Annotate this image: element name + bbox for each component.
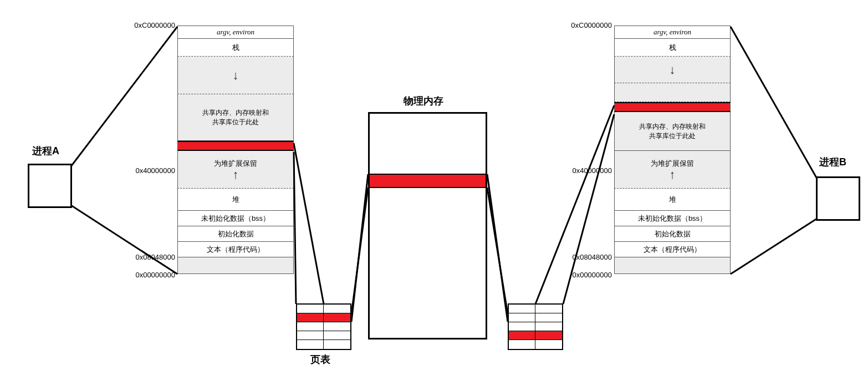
svg-line-2 <box>731 27 817 179</box>
process-a-box <box>28 164 72 208</box>
seg-mmap-line1: 共享内存、内存映射和 <box>202 108 269 118</box>
page-table-b <box>508 303 563 350</box>
seg-stack-grow: ↓ <box>177 57 294 94</box>
physical-memory-box <box>368 112 487 339</box>
seg-bss-b: 未初始化数据（bss） <box>614 211 731 226</box>
seg-mmap-b: 共享内存、内存映射和 共享库位于此处 <box>614 112 731 151</box>
physical-memory-label: 物理内存 <box>404 94 443 108</box>
seg-data: 初始化数据 <box>177 226 294 242</box>
page-table-b-entry-shared <box>509 331 562 340</box>
svg-line-3 <box>731 219 817 274</box>
seg-heap: 堆 <box>177 189 294 211</box>
seg-bss: 未初始化数据（bss） <box>177 211 294 226</box>
page-table-a <box>296 303 351 350</box>
svg-line-0 <box>71 27 177 166</box>
svg-line-1 <box>71 205 177 274</box>
memory-layout-a: argv, environ 栈 ↓ 共享内存、内存映射和 共享库位于此处 为堆扩… <box>177 26 294 274</box>
addr-a-mid: 0x40000000 <box>134 166 175 175</box>
addr-b-textbase: 0x08048000 <box>571 253 612 261</box>
process-b-box <box>816 176 860 221</box>
seg-mmap-b-line1: 共享内存、内存映射和 <box>639 122 706 131</box>
addr-a-top: 0xC0000000 <box>134 21 175 29</box>
seg-gap-b <box>614 83 731 102</box>
svg-line-8 <box>487 174 508 322</box>
addr-a-zero: 0x00000000 <box>134 271 175 279</box>
seg-null <box>177 257 294 274</box>
seg-stack-b: 栈 <box>614 39 731 57</box>
process-b-label: 进程B <box>819 155 846 169</box>
seg-mmap: 共享内存、内存映射和 共享库位于此处 <box>177 94 294 141</box>
seg-heap-reserve-b-text: 为堆扩展保留 <box>651 159 694 169</box>
svg-line-5 <box>294 152 296 304</box>
page-table-a-entry-shared <box>297 313 350 322</box>
seg-mmap-b-line2: 共享库位于此处 <box>649 131 696 141</box>
seg-null-b <box>614 257 731 274</box>
addr-a-textbase: 0x08048000 <box>134 253 175 261</box>
svg-line-7 <box>351 174 368 322</box>
seg-mmap-line2: 共享库位于此处 <box>212 118 259 127</box>
svg-line-9 <box>487 188 508 314</box>
seg-argv-b: argv, environ <box>614 26 731 39</box>
seg-stack-grow-b: ↓ <box>614 57 731 83</box>
seg-argv: argv, environ <box>177 26 294 39</box>
seg-heap-reserve-b: 为堆扩展保留 ↑ <box>614 151 731 189</box>
seg-shared-b <box>614 102 731 112</box>
seg-stack: 栈 <box>177 39 294 57</box>
seg-heap-b: 堆 <box>614 189 731 211</box>
svg-line-4 <box>294 143 324 304</box>
addr-b-zero: 0x00000000 <box>571 271 612 279</box>
seg-heap-reserve: 为堆扩展保留 ↑ <box>177 151 294 189</box>
seg-text: 文本（程序代码） <box>177 242 294 257</box>
addr-b-top: 0xC0000000 <box>571 21 612 29</box>
seg-heap-reserve-text: 为堆扩展保留 <box>214 159 257 169</box>
addr-b-mid: 0x40000000 <box>571 166 612 175</box>
page-table-label: 页表 <box>310 353 330 366</box>
physical-memory-shared-region <box>370 174 486 188</box>
seg-data-b: 初始化数据 <box>614 226 731 242</box>
seg-shared-a <box>177 141 294 151</box>
seg-text-b: 文本（程序代码） <box>614 242 731 257</box>
svg-line-6 <box>351 188 368 314</box>
memory-layout-b: argv, environ 栈 ↓ 共享内存、内存映射和 共享库位于此处 为堆扩… <box>614 26 731 274</box>
process-a-label: 进程A <box>32 144 59 158</box>
